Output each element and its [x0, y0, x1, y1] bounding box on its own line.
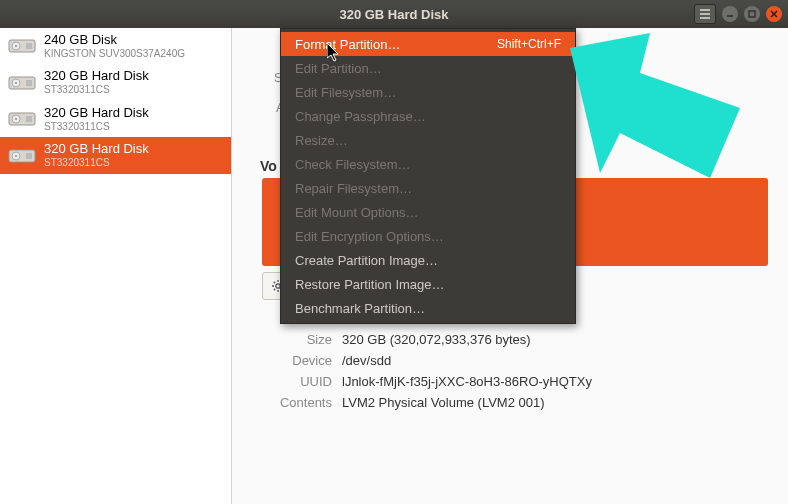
svg-point-3	[15, 45, 17, 47]
detail-value: 320 GB (320,072,933,376 bytes)	[342, 332, 768, 347]
menu-label: Resize…	[295, 133, 348, 148]
menu-benchmark-partition[interactable]: Benchmark Partition…	[281, 296, 575, 320]
close-icon	[770, 10, 778, 18]
disk-item-2[interactable]: 320 GB Hard Disk ST3320311CS	[0, 101, 231, 137]
menu-edit-partition[interactable]: Edit Partition…	[281, 56, 575, 80]
menu-edit-filesystem[interactable]: Edit Filesystem…	[281, 80, 575, 104]
minimize-icon	[726, 10, 734, 18]
close-button[interactable]	[766, 6, 782, 22]
disk-name: 320 GB Hard Disk	[44, 106, 149, 121]
details-table: Size 320 GB (320,072,933,376 bytes) Devi…	[262, 332, 768, 416]
detail-key: UUID	[262, 374, 332, 389]
svg-rect-16	[26, 153, 32, 159]
svg-rect-8	[26, 80, 32, 86]
detail-row-contents: Contents LVM2 Physical Volume (LVM2 001)	[262, 395, 768, 410]
disk-name: 240 GB Disk	[44, 33, 185, 48]
menu-format-partition[interactable]: Format Partition… Shift+Ctrl+F	[281, 32, 575, 56]
disk-model: ST3320311CS	[44, 157, 149, 169]
menu-check-filesystem[interactable]: Check Filesystem…	[281, 152, 575, 176]
detail-row-uuid: UUID lJnlok-fMjK-f35j-jXXC-8oH3-86RO-yHQ…	[262, 374, 768, 389]
menu-label: Change Passphrase…	[295, 109, 426, 124]
svg-point-15	[15, 155, 17, 157]
disk-item-0[interactable]: 240 GB Disk KINGSTON SUV300S37A240G	[0, 28, 231, 64]
svg-rect-0	[749, 11, 755, 17]
disk-model: ST3320311CS	[44, 121, 149, 133]
menu-label: Edit Partition…	[295, 61, 382, 76]
disk-model: ST3320311CS	[44, 84, 149, 96]
detail-value: LVM2 Physical Volume (LVM2 001)	[342, 395, 768, 410]
svg-rect-12	[26, 116, 32, 122]
menu-resize[interactable]: Resize…	[281, 128, 575, 152]
detail-key: Device	[262, 353, 332, 368]
app-menu-button[interactable]	[694, 4, 716, 24]
hamburger-icon	[699, 9, 711, 19]
menu-label: Edit Mount Options…	[295, 205, 419, 220]
menu-repair-filesystem[interactable]: Repair Filesystem…	[281, 176, 575, 200]
detail-key: Contents	[262, 395, 332, 410]
detail-row-size: Size 320 GB (320,072,933,376 bytes)	[262, 332, 768, 347]
detail-value: lJnlok-fMjK-f35j-jXXC-8oH3-86RO-yHQTXy	[342, 374, 768, 389]
hard-disk-icon	[8, 36, 36, 56]
menu-change-passphrase[interactable]: Change Passphrase…	[281, 104, 575, 128]
hard-disk-icon	[8, 109, 36, 129]
disk-sidebar: 240 GB Disk KINGSTON SUV300S37A240G 320 …	[0, 28, 232, 504]
menu-restore-partition-image[interactable]: Restore Partition Image…	[281, 272, 575, 296]
minimize-button[interactable]	[722, 6, 738, 22]
disk-item-1[interactable]: 320 GB Hard Disk ST3320311CS	[0, 64, 231, 100]
window-title: 320 GB Hard Disk	[339, 7, 448, 22]
volumes-heading: Vo	[260, 158, 277, 174]
menu-label: Check Filesystem…	[295, 157, 411, 172]
detail-key: Size	[262, 332, 332, 347]
disk-item-3[interactable]: 320 GB Hard Disk ST3320311CS	[0, 137, 231, 173]
titlebar: 320 GB Hard Disk	[0, 0, 788, 28]
menu-accelerator: Shift+Ctrl+F	[497, 37, 561, 51]
disk-model: KINGSTON SUV300S37A240G	[44, 48, 185, 60]
menu-label: Edit Encryption Options…	[295, 229, 444, 244]
disk-name: 320 GB Hard Disk	[44, 69, 149, 84]
svg-rect-4	[26, 43, 32, 49]
menu-edit-encryption-options[interactable]: Edit Encryption Options…	[281, 224, 575, 248]
menu-label: Restore Partition Image…	[295, 277, 445, 292]
detail-value: /dev/sdd	[342, 353, 768, 368]
hard-disk-icon	[8, 146, 36, 166]
menu-edit-mount-options[interactable]: Edit Mount Options…	[281, 200, 575, 224]
detail-row-device: Device /dev/sdd	[262, 353, 768, 368]
partition-context-menu: Format Partition… Shift+Ctrl+F Edit Part…	[280, 28, 576, 324]
svg-point-7	[15, 82, 17, 84]
menu-label: Benchmark Partition…	[295, 301, 425, 316]
maximize-button[interactable]	[744, 6, 760, 22]
menu-label: Create Partition Image…	[295, 253, 438, 268]
menu-label: Edit Filesystem…	[295, 85, 396, 100]
titlebar-controls	[694, 4, 782, 24]
menu-label: Repair Filesystem…	[295, 181, 412, 196]
disk-name: 320 GB Hard Disk	[44, 142, 149, 157]
menu-label: Format Partition…	[295, 37, 400, 52]
svg-point-11	[15, 118, 17, 120]
maximize-icon	[748, 10, 756, 18]
menu-create-partition-image[interactable]: Create Partition Image…	[281, 248, 575, 272]
hard-disk-icon	[8, 73, 36, 93]
